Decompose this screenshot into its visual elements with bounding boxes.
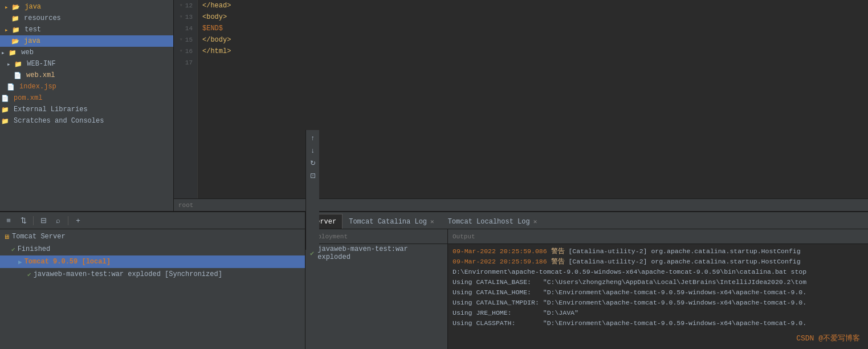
deploy-item-label: javaweb-maven-test:war exploded: [317, 245, 443, 261]
tree-label: java: [24, 37, 40, 45]
deployment-list: ✔ javaweb-maven-test:war exploded: [305, 244, 447, 349]
tab-catalina-log[interactable]: Tomcat Catalina Log ✕: [343, 214, 441, 229]
add-button[interactable]: +: [72, 214, 84, 227]
tree-label: External Libraries: [14, 105, 88, 113]
server-icon: 🖥: [3, 233, 10, 241]
webinf-folder-icon: ▸ 📁: [7, 60, 22, 68]
tree-item-webinf[interactable]: ▸ 📁 WEB-INF: [0, 58, 173, 70]
code-line-12: </head>: [202, 0, 863, 11]
output-line-5: Using CATALINA_HOME: "D:\Environment\apa…: [453, 287, 863, 298]
output-line-7: Using JRE_HOME: "D:\JAVA": [453, 308, 863, 318]
tree-label: web.xml: [26, 71, 55, 79]
tree-label: Scratches and Consoles: [14, 117, 104, 125]
finished-icon: ✔: [11, 246, 15, 253]
editor-status-bar: root: [174, 198, 868, 211]
editor-root-label: root: [178, 202, 193, 209]
server-status-label: Finished: [18, 245, 51, 253]
server-panel: ≡ ⇅ ⊟ ⌕ + 🖥 Tomcat Server ✔ Finished ▶: [0, 212, 305, 349]
tab-localhost-close[interactable]: ✕: [532, 217, 539, 226]
tree-item-test[interactable]: ▸ 📁 test: [0, 24, 173, 35]
tree-item-pomxml[interactable]: 📄 pom.xml: [0, 92, 173, 104]
output-panel: Output 09-Mar-2022 20:25:59.086 警告 [Cata…: [448, 229, 868, 349]
server-status-item[interactable]: ✔ Finished: [0, 243, 305, 255]
deployment-header: Deployment: [305, 229, 447, 244]
tree-label: java: [25, 3, 41, 11]
tree-item-scratches[interactable]: 📁 Scratches and Consoles: [0, 115, 173, 127]
server-toolbar: ≡ ⇅ ⊟ ⌕ +: [0, 212, 305, 229]
resources-folder-icon: 📁: [11, 15, 19, 22]
tree-label: WEB-INF: [27, 60, 55, 68]
tree-item-java[interactable]: ▸ 📂 java: [0, 1, 173, 13]
code-editor: ▾12 ▾13 14 ▾15 ▾16 17 </head> <body>: [174, 0, 868, 211]
tab-catalina-close[interactable]: ✕: [429, 217, 435, 226]
scratches-folder-icon: 📁: [1, 117, 9, 125]
file-tree: ▸ 📂 java 📁 resources ▸ 📁 test 📂 java ▸ 📁…: [0, 0, 174, 211]
webxml-file-icon: 📄: [14, 72, 22, 79]
tree-label: resources: [24, 14, 61, 22]
tree-item-java-test[interactable]: 📂 java: [0, 35, 173, 47]
code-line-17: [202, 57, 863, 68]
tree-label: test: [25, 26, 41, 34]
search-button[interactable]: ⌕: [52, 214, 64, 227]
server-tree: 🖥 Tomcat Server ✔ Finished ▶ Tomcat 9.0.…: [0, 229, 305, 349]
deploy-item-war[interactable]: ✔ javaweb-maven-test:war exploded: [305, 246, 447, 260]
output-header-label: Output: [453, 233, 475, 240]
output-line-1: 09-Mar-2022 20:25:59.086 警告 [Catalina-ut…: [453, 246, 863, 257]
toolbar-separator-1: [33, 216, 34, 225]
server-root-item[interactable]: 🖥 Tomcat Server: [0, 230, 305, 243]
pom-file-icon: 📄: [1, 95, 9, 102]
deployment-panel: Deployment ✔ javaweb-maven-test:war expl…: [305, 229, 448, 349]
sort-button[interactable]: ⇅: [17, 214, 30, 227]
code-line-13: <body>: [202, 11, 863, 23]
deploy-check-icon: ✔: [27, 271, 31, 278]
tree-item-webxml[interactable]: 📄 web.xml: [0, 70, 173, 81]
tomcat-icon: ▶: [18, 258, 22, 266]
tree-label: pom.xml: [14, 94, 42, 102]
extlibs-folder-icon: 📁: [1, 106, 9, 113]
line-numbers: ▾12 ▾13 14 ▾15 ▾16 17: [174, 0, 198, 198]
server-root-label: Tomcat Server: [12, 233, 66, 241]
toolbar-separator-2: [68, 216, 68, 225]
tab-localhost-label: Tomcat Localhost Log: [448, 218, 530, 226]
jsp-file-icon: 📄: [7, 83, 15, 91]
collapse-all-button[interactable]: ≡: [2, 214, 15, 227]
output-header: Output: [448, 229, 868, 244]
bottom-panel: ≡ ⇅ ⊟ ⌕ + 🖥 Tomcat Server ✔ Finished ▶: [0, 212, 868, 349]
test-folder-icon: ▸ 📁: [5, 26, 20, 34]
filter-button[interactable]: ⊟: [37, 214, 50, 227]
code-line-16: </html>: [202, 46, 863, 57]
tree-label: index.jsp: [19, 83, 56, 91]
tree-item-resources[interactable]: 📁 resources: [0, 13, 173, 24]
java-test-folder-icon: 📂: [11, 38, 19, 45]
tab-catalina-label: Tomcat Catalina Log: [349, 218, 427, 226]
output-line-6: Using CATALINA_TMPDIR: "D:\Environment\a…: [453, 298, 863, 308]
code-line-14: $END$: [202, 23, 863, 34]
tree-item-indexjsp[interactable]: 📄 index.jsp: [0, 81, 173, 92]
code-area[interactable]: </head> <body> $END$ </body> </html>: [198, 0, 868, 198]
output-line-3: D:\Environment\apache-tomcat-9.0.59-wind…: [453, 267, 863, 277]
output-line-8: Using CLASSPATH: "D:\Environment\apache-…: [453, 318, 863, 328]
tab-localhost-log[interactable]: Tomcat Localhost Log ✕: [442, 214, 545, 229]
deploy-check-icon: ✔: [310, 249, 314, 258]
tree-label: web: [21, 48, 34, 56]
web-folder-icon: ▸ 📁: [1, 49, 17, 56]
deployment-sync-item[interactable]: ✔ javaweb-maven-test:war exploded [Synch…: [0, 268, 305, 281]
server-name-item[interactable]: ▶ Tomcat 9.0.59 [local]: [0, 255, 305, 268]
server-name-label: Tomcat 9.0.59 [local]: [25, 258, 111, 266]
code-line-15: </body>: [202, 34, 863, 46]
tree-item-web[interactable]: ▸ 📁 web: [0, 47, 173, 58]
output-tab-bar: Server Tomcat Catalina Log ✕ Tomcat Loca…: [305, 212, 868, 229]
watermark: CSDN @不爱写博客: [793, 332, 863, 344]
deploy-sync-label: javaweb-maven-test:war exploded [Synchro…: [34, 270, 222, 278]
output-line-4: Using CATALINA_BASE: "C:\Users\zhongzhen…: [453, 277, 863, 287]
java-folder-icon: ▸ 📂: [5, 3, 20, 11]
output-line-2: 09-Mar-2022 20:25:59.186 警告 [Catalina-ut…: [453, 257, 863, 267]
tree-item-extlibs[interactable]: 📁 External Libraries: [0, 104, 173, 115]
